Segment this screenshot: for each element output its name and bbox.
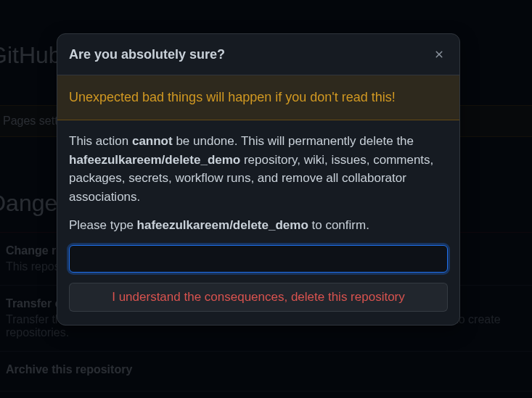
confirm-delete-button[interactable]: I understand the consequences, delete th… — [69, 283, 448, 312]
text-confirm-repo: hafeezulkareem/delete_demo — [137, 218, 308, 232]
text-fragment: Please type — [69, 218, 137, 232]
confirm-repo-input[interactable] — [69, 245, 448, 273]
text-fragment: to confirm. — [308, 218, 369, 232]
warning-flash: Unexpected bad things will happen if you… — [57, 75, 459, 120]
dialog-warning-text: This action cannot be undone. This will … — [69, 132, 448, 206]
text-cannot: cannot — [132, 134, 173, 148]
text-repo-name: hafeezulkareem/delete_demo — [69, 153, 240, 167]
delete-repo-dialog: Are you absolutely sure? Unexpected bad … — [57, 33, 460, 326]
dialog-header: Are you absolutely sure? — [57, 34, 459, 75]
dialog-title: Are you absolutely sure? — [69, 47, 225, 62]
text-fragment: This action — [69, 134, 132, 148]
dialog-confirm-prompt: Please type hafeezulkareem/delete_demo t… — [69, 216, 448, 235]
close-button[interactable] — [430, 46, 448, 63]
text-fragment: be undone. This will permanently delete … — [173, 134, 414, 148]
close-icon — [433, 49, 445, 60]
dialog-body: This action cannot be undone. This will … — [57, 120, 459, 325]
